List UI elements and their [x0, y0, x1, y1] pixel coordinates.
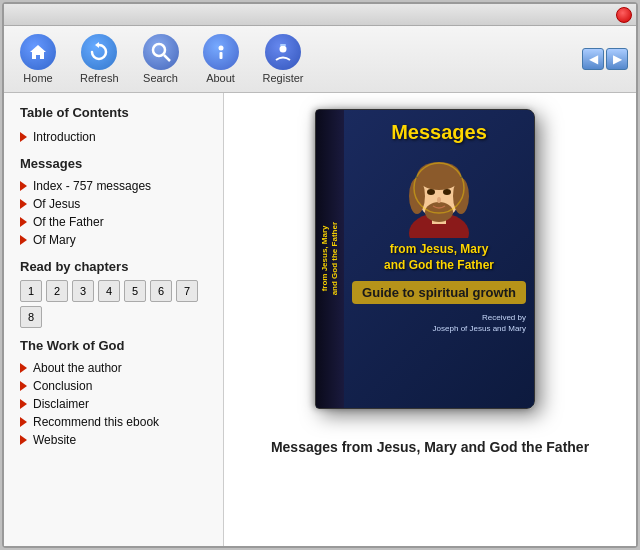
forward-arrow[interactable]: ▶: [606, 48, 628, 70]
toc-title: Table of Contents: [20, 105, 207, 120]
chapter-7[interactable]: 7: [176, 280, 198, 302]
work-title: The Work of God: [20, 338, 207, 353]
about-icon: [203, 34, 239, 70]
book-subtitle: from Jesus, Maryand God the Father: [344, 238, 534, 277]
svg-point-12: [409, 178, 425, 214]
svg-point-4: [218, 46, 223, 51]
guide-text: Guide to spiritual growth: [352, 281, 526, 304]
book-bottom-title: Messages from Jesus, Mary and God the Fa…: [271, 439, 589, 455]
chapter-8[interactable]: 8: [20, 306, 42, 328]
arrow-icon: [20, 381, 27, 391]
chapter-4[interactable]: 4: [98, 280, 120, 302]
sidebar-item-of-father[interactable]: Of the Father: [20, 213, 207, 231]
book-face: Messages: [344, 110, 534, 408]
sidebar-item-recommend[interactable]: Recommend this ebook: [20, 413, 207, 431]
sidebar-item-about-author[interactable]: About the author: [20, 359, 207, 377]
nav-arrows: ◀ ▶: [582, 48, 628, 70]
refresh-icon: [81, 34, 117, 70]
arrow-icon: [20, 199, 27, 209]
home-button[interactable]: Home: [12, 30, 64, 88]
arrow-icon: [20, 132, 27, 142]
book-3d: from Jesus, Maryand God the Father Messa…: [315, 109, 535, 409]
chapter-5[interactable]: 5: [124, 280, 146, 302]
search-label: Search: [143, 72, 178, 84]
svg-point-14: [425, 202, 453, 222]
svg-point-11: [417, 162, 461, 190]
svg-point-13: [453, 178, 469, 214]
svg-rect-7: [280, 44, 286, 46]
arrow-icon: [20, 435, 27, 445]
refresh-button[interactable]: Refresh: [72, 30, 127, 88]
chapter-6[interactable]: 6: [150, 280, 172, 302]
search-icon: [143, 34, 179, 70]
book-cover: from Jesus, Maryand God the Father Messa…: [315, 109, 545, 419]
about-label: About: [206, 72, 235, 84]
title-bar: [4, 4, 636, 26]
spine-text: from Jesus, Maryand God the Father: [320, 222, 339, 295]
svg-marker-0: [30, 45, 46, 59]
sidebar: Table of Contents Introduction Messages …: [4, 93, 224, 546]
sidebar-item-index[interactable]: Index - 757 messages: [20, 177, 207, 195]
home-label: Home: [23, 72, 52, 84]
content-area: Table of Contents Introduction Messages …: [4, 93, 636, 546]
search-button[interactable]: Search: [135, 30, 187, 88]
book-spine: from Jesus, Maryand God the Father: [316, 110, 344, 408]
main-window: Home Refresh Search: [2, 2, 638, 548]
home-icon: [20, 34, 56, 70]
register-button[interactable]: Register: [255, 30, 312, 88]
sidebar-item-of-mary[interactable]: Of Mary: [20, 231, 207, 249]
svg-point-6: [280, 46, 287, 53]
sidebar-item-website[interactable]: Website: [20, 431, 207, 449]
main-panel: from Jesus, Maryand God the Father Messa…: [224, 93, 636, 546]
refresh-label: Refresh: [80, 72, 119, 84]
chapters-title: Read by chapters: [20, 259, 207, 274]
svg-point-16: [443, 189, 451, 195]
register-label: Register: [263, 72, 304, 84]
chapters-row: 1 2 3 4 5 6 7 8: [20, 280, 207, 328]
toolbar: Home Refresh Search: [4, 26, 636, 93]
sidebar-item-of-jesus[interactable]: Of Jesus: [20, 195, 207, 213]
svg-line-3: [164, 55, 170, 61]
book-title: Messages: [344, 110, 534, 148]
arrow-icon: [20, 417, 27, 427]
about-button[interactable]: About: [195, 30, 247, 88]
chapter-2[interactable]: 2: [46, 280, 68, 302]
svg-marker-1: [95, 42, 99, 48]
arrow-icon: [20, 181, 27, 191]
chapter-3[interactable]: 3: [72, 280, 94, 302]
svg-point-15: [427, 189, 435, 195]
close-button[interactable]: [616, 7, 632, 23]
sidebar-item-disclaimer[interactable]: Disclaimer: [20, 395, 207, 413]
svg-rect-5: [219, 52, 222, 59]
svg-point-17: [437, 197, 441, 203]
register-icon: [265, 34, 301, 70]
sidebar-item-introduction[interactable]: Introduction: [20, 128, 207, 146]
arrow-icon: [20, 363, 27, 373]
received-text: Received byJoseph of Jesus and Mary: [344, 308, 534, 338]
messages-title: Messages: [20, 156, 207, 171]
back-arrow[interactable]: ◀: [582, 48, 604, 70]
arrow-icon: [20, 399, 27, 409]
svg-point-2: [153, 44, 165, 56]
chapter-1[interactable]: 1: [20, 280, 42, 302]
arrow-icon: [20, 217, 27, 227]
sidebar-item-conclusion[interactable]: Conclusion: [20, 377, 207, 395]
jesus-image: [399, 148, 479, 238]
arrow-icon: [20, 235, 27, 245]
